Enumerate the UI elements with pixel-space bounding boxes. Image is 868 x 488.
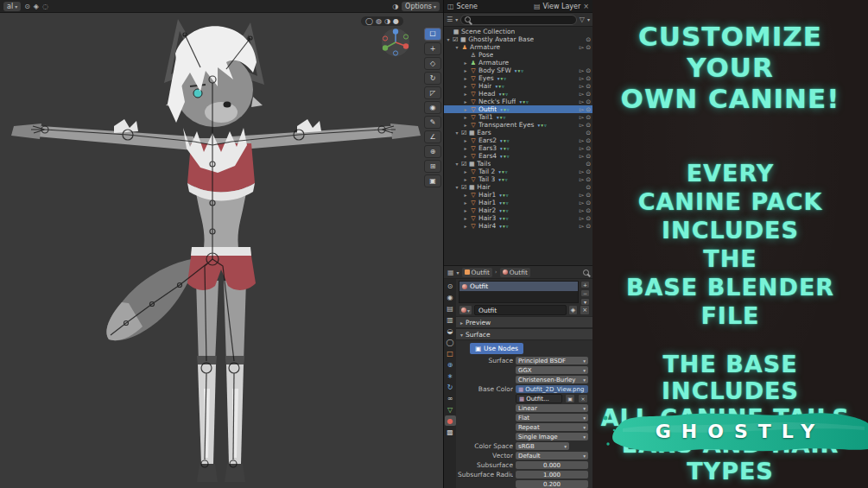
outliner-row[interactable]: ▾☑▦Ears⊙ <box>444 129 592 136</box>
overlays-toggle-icon[interactable]: ◑ <box>392 3 398 10</box>
outliner-row[interactable]: ▸▽Hair2▾▾▿▻⊙ <box>444 206 592 214</box>
object-data-tab[interactable]: ▽ <box>445 404 456 415</box>
cursor-tool[interactable]: + <box>424 42 441 55</box>
expand-toggle-icon[interactable]: ▸ <box>463 75 468 81</box>
outliner-row[interactable]: ▸▽Outfit▾▾▿▻⊙ <box>444 105 592 113</box>
outliner-row[interactable]: ▸▽Head▾▾▿▻⊙ <box>444 90 592 98</box>
outliner-row[interactable]: ▸▽Ears4▾▾▿▻⊙ <box>444 152 592 160</box>
world-tab[interactable]: ◯ <box>445 337 456 347</box>
hide-eye-icon[interactable]: ⊙ <box>586 176 591 183</box>
outliner-row[interactable]: ▸▽Ears2▾▾▿▻⊙ <box>444 136 592 144</box>
annotate-tool[interactable]: ✎ <box>424 116 441 129</box>
expand-toggle-icon[interactable]: ▸ <box>463 200 468 206</box>
collection-checkbox[interactable]: ☑ <box>461 161 466 168</box>
expand-toggle-icon[interactable]: ▸ <box>463 207 468 213</box>
outliner-search-input[interactable] <box>460 15 577 25</box>
outliner-row[interactable]: ▸▽Ears3▾▾▿▻⊙ <box>444 144 592 152</box>
remove-slot-button[interactable]: − <box>580 289 590 297</box>
hide-eye-icon[interactable]: ⊙ <box>586 67 591 74</box>
expand-toggle-icon[interactable]: ▸ <box>463 153 468 159</box>
outliner-row[interactable]: ▸▽Hair▾▾▿▻⊙ <box>444 82 592 90</box>
hide-eye-icon[interactable]: ⊙ <box>586 36 591 43</box>
material-name-field[interactable]: Outfit <box>474 305 567 315</box>
selectable-cursor-icon[interactable]: ▻ <box>580 75 584 82</box>
output-tab[interactable]: ▤ <box>445 303 456 314</box>
solid-shading-icon[interactable]: ◍ <box>376 17 382 25</box>
selectable-cursor-icon[interactable]: ▻ <box>580 223 584 230</box>
outliner-row[interactable]: ▸▽Hair4▾▾▿▻⊙ <box>444 222 592 230</box>
hide-eye-icon[interactable]: ⊙ <box>586 200 591 206</box>
modifiers-tab[interactable]: ⊕ <box>445 359 456 370</box>
selectable-cursor-icon[interactable]: ▻ <box>580 91 584 98</box>
selectable-cursor-icon[interactable]: ▻ <box>580 44 584 51</box>
selectable-cursor-icon[interactable]: ▻ <box>580 67 584 74</box>
hide-eye-icon[interactable]: ⊙ <box>586 184 591 191</box>
hide-eye-icon[interactable]: ⊙ <box>586 137 591 144</box>
outliner-row[interactable]: ▸▽Tail 3▾▾▿▻⊙ <box>444 175 592 183</box>
field-value[interactable]: GGX▾ <box>516 366 588 374</box>
object-tab[interactable]: □ <box>445 348 456 358</box>
material-slot[interactable]: Outfit <box>459 282 578 291</box>
hide-eye-icon[interactable]: ⊙ <box>586 161 591 168</box>
expand-toggle-icon[interactable]: ▸ <box>463 67 468 73</box>
outliner-row[interactable]: ▸▽Tail1▾▾▿▻⊙ <box>444 113 592 121</box>
measure-tool[interactable]: ∠ <box>424 130 441 143</box>
filter-funnel-icon[interactable]: ▽ <box>580 16 585 23</box>
field-value[interactable]: Default▾ <box>516 452 588 459</box>
expand-toggle-icon[interactable]: ▸ <box>463 60 468 66</box>
selectable-cursor-icon[interactable]: ▻ <box>580 168 584 175</box>
expand-toggle-icon[interactable]: ▾ <box>454 184 459 190</box>
field-value[interactable]: ▦Outfit_2D_View.png <box>516 385 588 393</box>
outliner-row[interactable]: ▸▽Hair1▾▾▿▻⊙ <box>444 191 592 199</box>
hide-eye-icon[interactable]: ⊙ <box>586 114 591 121</box>
outliner-row[interactable]: ▸▽Neck's Fluff▾▾▿▻⊙ <box>444 98 592 105</box>
collection-checkbox[interactable]: ☑ <box>461 130 466 136</box>
outliner-row[interactable]: ▾♟Armature▻⊙ <box>444 43 592 51</box>
hide-eye-icon[interactable]: ⊙ <box>586 192 591 199</box>
outliner-row[interactable]: ▸▽Hair3▾▾▿▻⊙ <box>444 214 592 222</box>
material-preview-shading-icon[interactable]: ◑ <box>384 17 390 25</box>
wireframe-shading-icon[interactable]: ◯ <box>365 17 373 25</box>
fake-user-shield-button[interactable]: ◈ <box>568 305 578 315</box>
selectable-cursor-icon[interactable]: ▻ <box>580 83 584 90</box>
hide-eye-icon[interactable]: ⊙ <box>586 215 591 222</box>
selectable-cursor-icon[interactable]: ▻ <box>580 106 584 113</box>
constraints-tab[interactable]: ∞ <box>445 393 456 403</box>
expand-toggle-icon[interactable]: ▾ <box>454 130 459 136</box>
selectable-cursor-icon[interactable]: ▻ <box>580 137 584 144</box>
field-value[interactable]: sRGB▾ <box>516 442 569 450</box>
hide-eye-icon[interactable]: ⊙ <box>586 122 591 129</box>
field-value[interactable]: 1.000 <box>516 471 588 478</box>
add-slot-button[interactable]: + <box>580 281 590 288</box>
expand-toggle-icon[interactable]: ▾ <box>454 44 459 50</box>
hide-eye-icon[interactable]: ⊙ <box>586 168 591 175</box>
editor-type-icon[interactable]: ▦ <box>447 269 454 276</box>
field-value[interactable]: Christensen-Burley▾ <box>516 376 588 383</box>
outliner-row[interactable]: ▾☑▦Hair⊙ <box>444 183 592 191</box>
breadcrumb-object[interactable]: Outfit <box>462 268 492 277</box>
selectable-cursor-icon[interactable]: ▻ <box>580 200 584 206</box>
selectable-cursor-icon[interactable]: ▻ <box>580 98 584 105</box>
hide-eye-icon[interactable]: ⊙ <box>586 130 591 136</box>
shading-mode-switcher[interactable]: ◯◍◑● <box>361 16 403 26</box>
expand-toggle-icon[interactable]: ▸ <box>463 106 468 112</box>
outliner-row[interactable]: ♙Pose <box>444 51 592 59</box>
hide-eye-icon[interactable]: ⊙ <box>586 75 591 82</box>
hide-eye-icon[interactable]: ⊙ <box>586 44 591 51</box>
field-value[interactable]: Repeat▾ <box>516 423 588 431</box>
search-icon[interactable] <box>583 269 589 276</box>
editor-type-icon[interactable]: ☰ <box>447 16 453 23</box>
zoom-tool[interactable]: ⊕ <box>424 145 441 158</box>
material-slot-list[interactable]: Outfit <box>459 281 579 303</box>
field-value[interactable]: Flat▾ <box>516 414 588 421</box>
navigation-gizmo[interactable] <box>381 28 410 57</box>
proportional-edit-icon[interactable]: ◌ <box>42 3 48 10</box>
snap-magnet-icon[interactable]: ◈ <box>34 3 39 10</box>
outliner-row[interactable]: ▸▽Eyes▾▾▿▻⊙ <box>444 74 592 82</box>
expand-toggle-icon[interactable]: ▸ <box>463 168 468 174</box>
expand-toggle-icon[interactable]: ▸ <box>463 91 468 97</box>
material-tab[interactable]: ● <box>445 415 456 426</box>
selectable-cursor-icon[interactable]: ▻ <box>580 153 584 160</box>
outliner-row[interactable]: ▸▽Body SFW▾▾▿▻⊙ <box>444 67 592 74</box>
selectable-cursor-icon[interactable]: ▻ <box>580 122 584 129</box>
